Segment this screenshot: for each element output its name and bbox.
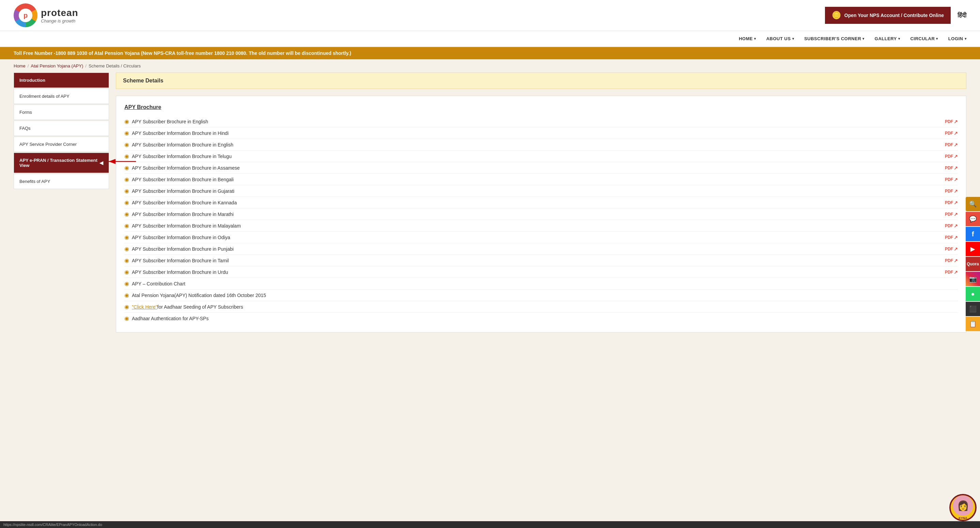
logo-circle: p bbox=[14, 3, 38, 27]
youtube-button[interactable]: ▶ bbox=[966, 242, 980, 256]
breadcrumb-sep-2: / bbox=[85, 64, 87, 68]
bullet-icon: ◉ bbox=[124, 199, 129, 206]
brochure-item-label[interactable]: APY – Contribution Chart bbox=[132, 281, 185, 286]
chat-social-button[interactable]: 💬 bbox=[966, 212, 980, 226]
chevron-down-icon: ▾ bbox=[965, 37, 967, 41]
breadcrumb-sep-1: / bbox=[28, 64, 29, 68]
pdf-badge[interactable]: PDF↗ bbox=[945, 177, 958, 182]
brochure-item-label[interactable]: APY Subscriber Information Brochure in B… bbox=[132, 177, 234, 182]
chevron-down-icon: ▾ bbox=[936, 37, 938, 41]
pdf-arrow-icon: ↗ bbox=[954, 188, 958, 194]
pdf-badge[interactable]: PDF↗ bbox=[945, 165, 958, 171]
brochure-item-label[interactable]: APY Subscriber Information Brochure in U… bbox=[132, 269, 228, 275]
list-item: ◉ APY Subscriber Information Brochure in… bbox=[124, 174, 958, 185]
brochure-item-label[interactable]: APY Subscriber Information Brochure in M… bbox=[132, 223, 241, 229]
nps-account-button[interactable]: 🪙 Open Your NPS Account / Contribute Onl… bbox=[825, 7, 951, 24]
bullet-icon: ◉ bbox=[124, 234, 129, 240]
coin-icon: 🪙 bbox=[832, 11, 841, 20]
brochure-item-label[interactable]: APY Subscriber Information Brochure in H… bbox=[132, 130, 229, 136]
brochure-list: ◉ APY Subscriber Brochure in English PDF… bbox=[124, 116, 958, 324]
hindi-button[interactable]: हिंदी bbox=[958, 12, 966, 19]
list-item: ◉ APY – Contribution Chart bbox=[124, 278, 958, 289]
pdf-badge[interactable]: PDF↗ bbox=[945, 119, 958, 124]
pdf-badge[interactable]: PDF↗ bbox=[945, 188, 958, 194]
list-item: ◉ APY Subscriber Information Brochure in… bbox=[124, 197, 958, 208]
logo-inner: p bbox=[19, 8, 32, 22]
brochure-item-label[interactable]: APY Subscriber Brochure in English bbox=[132, 119, 208, 124]
logo-name: protean bbox=[41, 8, 78, 18]
whatsapp-button[interactable]: ● bbox=[966, 287, 980, 301]
bullet-icon: ◉ bbox=[124, 280, 129, 287]
pdf-arrow-icon: ↗ bbox=[954, 200, 958, 205]
nav-login-label: LOGIN bbox=[948, 36, 963, 41]
pdf-badge[interactable]: PDF↗ bbox=[945, 246, 958, 252]
sidebar-item-enrollment[interactable]: Enrollment details of APY bbox=[14, 89, 109, 104]
annotation-arrow bbox=[105, 156, 139, 167]
brochure-item-label[interactable]: Atal Pension Yojana(APY) Notification da… bbox=[132, 293, 266, 298]
pdf-badge[interactable]: PDF↗ bbox=[945, 154, 958, 159]
header-right: 🪙 Open Your NPS Account / Contribute Onl… bbox=[825, 7, 966, 24]
social-bar: 🔍 💬 f ▶ Quora 📷 ● ⬛ 📋 bbox=[966, 197, 980, 331]
list-item: ◉ APY Subscriber Information Brochure in… bbox=[124, 232, 958, 243]
brochure-item-label[interactable]: APY Subscriber Information Brochure in K… bbox=[132, 200, 237, 205]
nav-home[interactable]: HOME ▾ bbox=[739, 34, 756, 43]
ticker-text: Toll Free Number -1800 889 1030 of Atal … bbox=[14, 51, 351, 56]
brochure-item-label[interactable]: APY Subscriber Information Brochure in A… bbox=[132, 165, 240, 171]
search-social-button[interactable]: 🔍 bbox=[966, 197, 980, 211]
nav-login[interactable]: LOGIN ▾ bbox=[948, 34, 966, 43]
sidebar-item-benefits[interactable]: Benefits of APY bbox=[14, 174, 109, 189]
pdf-badge[interactable]: PDF↗ bbox=[945, 269, 958, 275]
sidebar-item-forms[interactable]: Forms bbox=[14, 105, 109, 120]
breadcrumb-current: Scheme Details / Circulars bbox=[89, 64, 141, 68]
brochure-item-label[interactable]: APY Subscriber Information Brochure in E… bbox=[132, 142, 234, 148]
chevron-down-icon: ▾ bbox=[862, 37, 864, 41]
instagram-button[interactable]: 📷 bbox=[966, 272, 980, 286]
dark-social-button[interactable]: ⬛ bbox=[966, 302, 980, 316]
orange-social-button[interactable]: 📋 bbox=[966, 317, 980, 331]
facebook-button[interactable]: f bbox=[966, 227, 980, 241]
quora-button[interactable]: Quora bbox=[966, 257, 980, 271]
pdf-badge[interactable]: PDF↗ bbox=[945, 235, 958, 240]
pdf-badge[interactable]: PDF↗ bbox=[945, 200, 958, 205]
pdf-badge[interactable]: PDF↗ bbox=[945, 130, 958, 136]
pdf-arrow-icon: ↗ bbox=[954, 223, 958, 229]
navigation: HOME ▾ ABOUT US ▾ SUBSCRIBER'S CORNER ▾ … bbox=[0, 31, 980, 47]
bullet-icon: ◉ bbox=[124, 130, 129, 136]
sidebar-item-introduction[interactable]: Introduction bbox=[14, 73, 109, 88]
sidebar-label-benefits: Benefits of APY bbox=[19, 179, 50, 184]
pdf-badge[interactable]: PDF↗ bbox=[945, 212, 958, 217]
pdf-badge[interactable]: PDF↗ bbox=[945, 258, 958, 263]
breadcrumb-home[interactable]: Home bbox=[14, 64, 25, 68]
nav-about[interactable]: ABOUT US ▾ bbox=[766, 34, 794, 43]
list-item: ◉ APY Subscriber Information Brochure in… bbox=[124, 266, 958, 278]
bullet-icon: ◉ bbox=[124, 269, 129, 275]
nav-circular[interactable]: CIRCULAR ▾ bbox=[910, 34, 938, 43]
sidebar-item-service-provider[interactable]: APY Service Provider Corner bbox=[14, 137, 109, 152]
nav-subscriber[interactable]: SUBSCRIBER'S CORNER ▾ bbox=[804, 34, 864, 43]
section-title: APY Brochure bbox=[124, 104, 958, 110]
brochure-item-label[interactable]: APY Subscriber Information Brochure in O… bbox=[132, 235, 230, 240]
pdf-arrow-icon: ↗ bbox=[954, 177, 958, 182]
brochure-item-label[interactable]: APY Subscriber Information Brochure in M… bbox=[132, 212, 234, 217]
sidebar-item-faqs[interactable]: FAQs bbox=[14, 121, 109, 136]
bullet-icon: ◉ bbox=[124, 188, 129, 194]
scheme-details-header: Scheme Details bbox=[116, 73, 966, 89]
sidebar-label-service-provider: APY Service Provider Corner bbox=[19, 142, 77, 147]
pdf-badge[interactable]: PDF↗ bbox=[945, 142, 958, 148]
click-here-link[interactable]: "Click Here" bbox=[132, 304, 158, 310]
pdf-badge[interactable]: PDF↗ bbox=[945, 223, 958, 229]
brochure-item-label[interactable]: APY Subscriber Information Brochure in G… bbox=[132, 188, 234, 194]
sidebar-item-epran[interactable]: APY e-PRAN / Transaction Statement View … bbox=[14, 153, 109, 173]
bullet-icon: ◉ bbox=[124, 211, 129, 217]
list-item: ◉ APY Subscriber Brochure in English PDF… bbox=[124, 116, 958, 127]
bullet-icon: ◉ bbox=[124, 304, 129, 310]
brochure-item-label[interactable]: APY Subscriber Information Brochure in T… bbox=[132, 258, 229, 263]
breadcrumb: Home / Atal Pension Yojana (APY) / Schem… bbox=[0, 59, 980, 73]
breadcrumb-apy[interactable]: Atal Pension Yojana (APY) bbox=[31, 64, 83, 68]
brochure-item-label[interactable]: Aadhaar Authentication for APY-SPs bbox=[132, 316, 208, 321]
brochure-item-label[interactable]: APY Subscriber Information Brochure in T… bbox=[132, 154, 232, 159]
pdf-arrow-icon: ↗ bbox=[954, 165, 958, 171]
brochure-item-label[interactable]: APY Subscriber Information Brochure in P… bbox=[132, 246, 234, 252]
ticker-bar: Toll Free Number -1800 889 1030 of Atal … bbox=[0, 47, 980, 59]
nav-gallery[interactable]: GALLERY ▾ bbox=[875, 34, 900, 43]
